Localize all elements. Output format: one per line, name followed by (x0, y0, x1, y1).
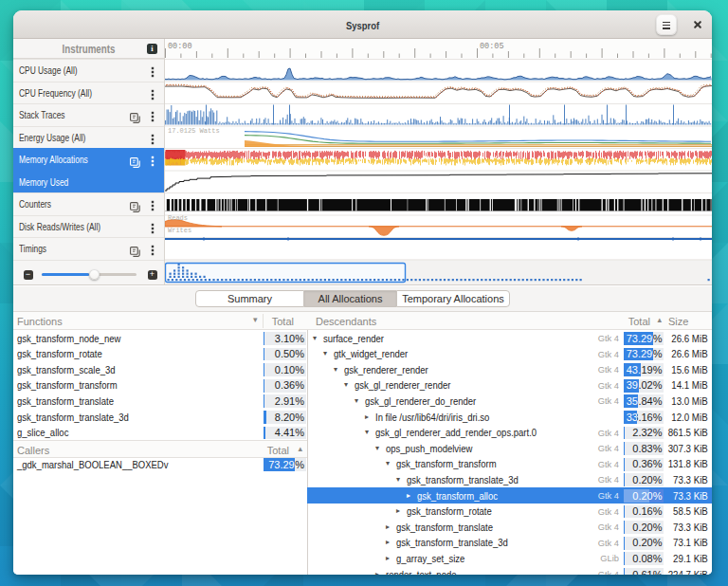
svg-text:00:00: 00:00 (168, 42, 192, 51)
svg-text:00:05: 00:05 (480, 42, 504, 51)
svg-text:Writes: Writes (168, 227, 191, 234)
svg-text:17.0125 Watts: 17.0125 Watts (168, 127, 220, 135)
svg-text:Reads: Reads (168, 214, 188, 222)
